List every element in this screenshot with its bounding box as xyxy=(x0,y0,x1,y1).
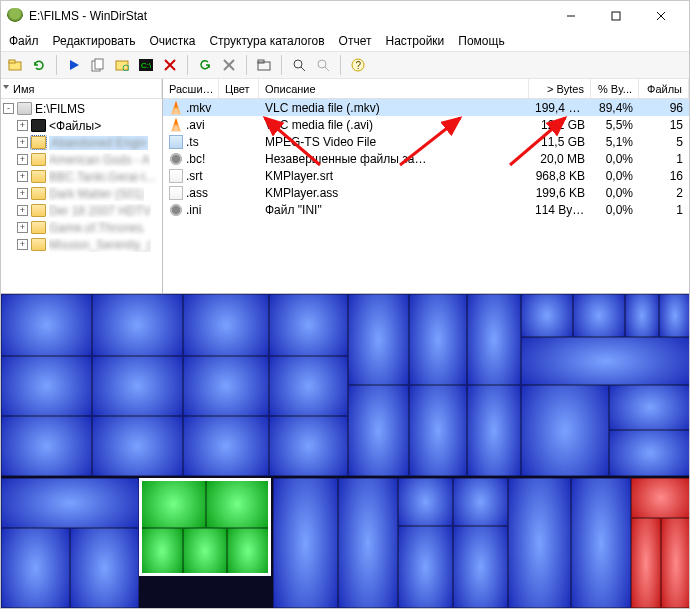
treemap-block[interactable] xyxy=(1,356,92,416)
tree-header[interactable]: Имя xyxy=(1,79,162,99)
treemap-block[interactable] xyxy=(453,526,508,608)
stop-icon[interactable] xyxy=(219,55,239,75)
treemap-block[interactable] xyxy=(609,385,689,430)
hdr-ext[interactable]: Расши… xyxy=(163,79,219,98)
treemap-block[interactable] xyxy=(609,430,689,476)
treemap-block[interactable] xyxy=(1,528,70,608)
tree-item[interactable]: +Der 18 2007 HDTV xyxy=(1,202,162,219)
menu-report[interactable]: Отчет xyxy=(339,34,372,48)
menu-help[interactable]: Помощь xyxy=(458,34,504,48)
expander-icon[interactable]: + xyxy=(17,239,28,250)
treemap-block[interactable] xyxy=(398,526,453,608)
treemap-block[interactable] xyxy=(338,478,398,608)
cmd-icon[interactable]: C:\ xyxy=(136,55,156,75)
treemap-block[interactable] xyxy=(467,385,521,476)
menu-options[interactable]: Настройки xyxy=(385,34,444,48)
tree-item[interactable]: +BBC.Tanki.Gerai-t… xyxy=(1,168,162,185)
treemap-block[interactable] xyxy=(92,294,183,356)
treemap-block[interactable] xyxy=(467,294,521,385)
treemap-block[interactable] xyxy=(206,480,269,528)
ext-list-header[interactable]: Расши… Цвет Описание > Bytes % By... Фай… xyxy=(163,79,689,99)
expander-icon[interactable]: + xyxy=(17,222,28,233)
tree-item[interactable]: +Mission_Serenity_( xyxy=(1,236,162,253)
open-icon[interactable] xyxy=(5,55,25,75)
expander-icon[interactable]: + xyxy=(17,154,28,165)
treemap-block[interactable] xyxy=(1,294,92,356)
ext-row[interactable]: .iniФайл "INI"114 Byt…0,0%1 xyxy=(163,201,689,218)
treemap-block[interactable] xyxy=(521,385,609,476)
explorer-icon[interactable] xyxy=(112,55,132,75)
ext-row[interactable]: .srtKMPlayer.srt968,8 KB0,0%16 xyxy=(163,167,689,184)
maximize-button[interactable] xyxy=(593,2,638,30)
treemap-block[interactable] xyxy=(348,385,409,476)
tree-item[interactable]: +Game.of.Thrones. xyxy=(1,219,162,236)
refresh-icon[interactable] xyxy=(29,55,49,75)
tree-item[interactable]: -E:\FILMS xyxy=(1,100,162,117)
zoom-icon[interactable] xyxy=(289,55,309,75)
ext-row[interactable]: .mkvVLC media file (.mkv)199,4 GB89,4%96 xyxy=(163,99,689,116)
treemap-block[interactable] xyxy=(521,294,573,337)
zoom-out-icon[interactable] xyxy=(313,55,333,75)
treemap-block[interactable] xyxy=(1,416,92,476)
treemap-block[interactable] xyxy=(273,478,338,608)
folder-icon[interactable] xyxy=(254,55,274,75)
menu-tree[interactable]: Структура каталогов xyxy=(209,34,324,48)
copy-icon[interactable] xyxy=(88,55,108,75)
treemap-block[interactable] xyxy=(631,518,661,608)
hdr-bytes[interactable]: > Bytes xyxy=(529,79,591,98)
treemap-block[interactable] xyxy=(70,528,139,608)
treemap-block[interactable] xyxy=(269,294,348,356)
treemap-block[interactable] xyxy=(92,356,183,416)
tree-body[interactable]: -E:\FILMS+<Файлы>+Abandoned Engin+Americ… xyxy=(1,99,162,293)
expander-icon[interactable]: + xyxy=(17,120,28,131)
minimize-button[interactable] xyxy=(548,2,593,30)
expander-icon[interactable]: + xyxy=(17,137,28,148)
treemap-block[interactable] xyxy=(631,478,689,518)
close-button[interactable] xyxy=(638,2,683,30)
treemap-block[interactable] xyxy=(571,478,631,608)
expander-icon[interactable]: + xyxy=(17,188,28,199)
treemap-block[interactable] xyxy=(573,294,625,337)
treemap-block[interactable] xyxy=(141,480,206,528)
menu-file[interactable]: Файл xyxy=(9,34,39,48)
ext-row[interactable]: .assKMPlayer.ass199,6 KB0,0%2 xyxy=(163,184,689,201)
treemap-block[interactable] xyxy=(409,385,467,476)
treemap[interactable] xyxy=(1,294,689,608)
treemap-block[interactable] xyxy=(183,294,269,356)
play-icon[interactable] xyxy=(64,55,84,75)
ext-list-body[interactable]: .mkvVLC media file (.mkv)199,4 GB89,4%96… xyxy=(163,99,689,293)
tree-item[interactable]: +<Файлы> xyxy=(1,117,162,134)
hdr-desc[interactable]: Описание xyxy=(259,79,529,98)
treemap-block[interactable] xyxy=(409,294,467,385)
hdr-files[interactable]: Файлы xyxy=(639,79,689,98)
refresh2-icon[interactable] xyxy=(195,55,215,75)
treemap-block[interactable] xyxy=(269,356,348,416)
treemap-block[interactable] xyxy=(1,478,139,528)
ext-row[interactable]: .aviVLC media file (.avi)12,2 GB5,5%15 xyxy=(163,116,689,133)
menu-edit[interactable]: Редактировать xyxy=(53,34,136,48)
treemap-block[interactable] xyxy=(398,478,453,526)
ext-row[interactable]: .bc!Незавершенные файлы за…20,0 MB0,0%1 xyxy=(163,150,689,167)
hdr-pc[interactable]: % By... xyxy=(591,79,639,98)
treemap-block[interactable] xyxy=(183,356,269,416)
treemap-block[interactable] xyxy=(183,416,269,476)
tree-item[interactable]: +American Gods - A xyxy=(1,151,162,168)
treemap-block[interactable] xyxy=(661,518,689,608)
treemap-block[interactable] xyxy=(625,294,659,337)
menu-cleanup[interactable]: Очистка xyxy=(149,34,195,48)
ext-row[interactable]: .tsMPEG-TS Video File11,5 GB5,1%5 xyxy=(163,133,689,150)
treemap-block[interactable] xyxy=(269,416,348,476)
tree-item[interactable]: +Dark Matter (S01) xyxy=(1,185,162,202)
expander-icon[interactable]: + xyxy=(17,171,28,182)
treemap-block[interactable] xyxy=(183,528,227,574)
delete-icon[interactable] xyxy=(160,55,180,75)
hdr-color[interactable]: Цвет xyxy=(219,79,259,98)
treemap-block[interactable] xyxy=(227,528,269,574)
treemap-block[interactable] xyxy=(521,337,689,385)
treemap-block[interactable] xyxy=(453,478,508,526)
expander-icon[interactable]: - xyxy=(3,103,14,114)
help-icon[interactable]: ? xyxy=(348,55,368,75)
treemap-block[interactable] xyxy=(659,294,689,337)
treemap-block[interactable] xyxy=(508,478,571,608)
treemap-block[interactable] xyxy=(348,294,409,385)
